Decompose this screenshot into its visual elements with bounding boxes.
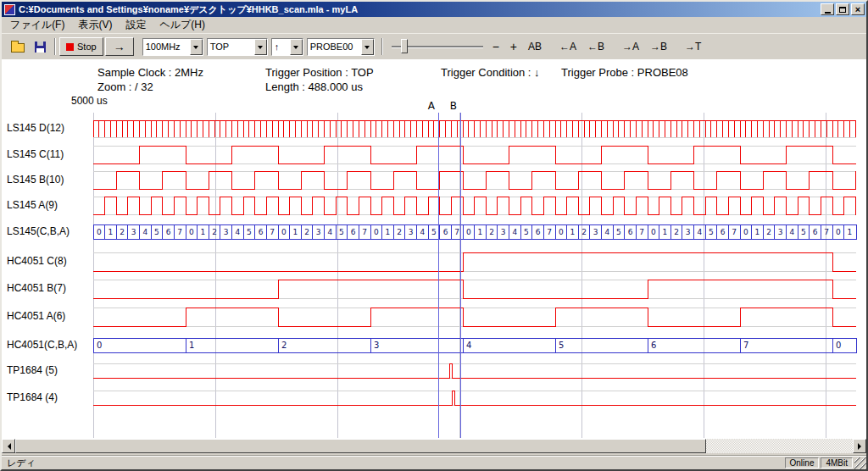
titlebar: C:¥Documents and Settings¥noname¥デスクトップ¥… [2,2,866,17]
channel-label[interactable]: TP1684 (5) [7,364,58,376]
channel-label[interactable]: HC4051 A(6) [7,310,65,322]
trigger-edge-value: ↑ [272,42,290,52]
app-window: C:¥Documents and Settings¥noname¥デスクトップ¥… [0,0,868,471]
trigger-position-select[interactable]: TOP [207,38,268,56]
menu-file[interactable]: ファイル(F) [3,16,71,34]
channel-label[interactable]: LS145 B(10) [7,174,64,186]
save-file-button[interactable] [29,37,51,56]
run-button[interactable]: → [105,37,134,56]
zoom-slider[interactable] [390,37,485,56]
scroll-left-button[interactable] [2,439,15,453]
chevron-down-icon[interactable] [361,39,374,55]
goto-a-prev-button[interactable]: ←A [555,39,581,54]
zoom-in-button[interactable]: + [506,38,521,55]
stop-button[interactable]: Stop [59,37,103,56]
chevron-down-icon[interactable] [254,39,267,55]
goto-b-prev-button[interactable]: ←B [583,39,609,54]
window-title: C:¥Documents and Settings¥noname¥デスクトップ¥… [19,3,821,16]
stop-label: Stop [77,42,97,52]
arrow-right-icon [858,443,865,450]
horizontal-scrollbar [2,439,866,453]
save-floppy-icon [35,42,46,53]
channel-label[interactable]: LS145 C(11) [7,148,64,160]
goto-b-next-button[interactable]: →B [646,39,671,54]
scrollbar-track[interactable] [15,439,853,453]
channel-label[interactable]: HC4051(C,B,A) [7,339,77,351]
close-icon: × [855,5,860,14]
sample-clock-value: 100MHz [143,42,190,52]
minimize-button[interactable] [821,3,834,15]
waveform-client-area [2,59,866,439]
trigger-probe-select[interactable]: PROBE00 [307,38,375,56]
maximize-button[interactable] [836,3,849,15]
channel-label[interactable]: LS145(C,B,A) [7,225,70,237]
goto-a-next-button[interactable]: →A [618,39,643,54]
arrow-left-icon [4,443,11,450]
close-button[interactable]: × [851,3,865,15]
menu-help[interactable]: ヘルプ(H) [153,16,212,34]
channel-label[interactable]: HC4051 B(7) [7,282,66,294]
trigger-probe-value: PROBE00 [308,42,361,52]
status-memory-panel: 4MBit [821,457,853,468]
app-icon [4,4,15,15]
scroll-right-button[interactable] [853,439,866,453]
channel-label[interactable]: HC4051 C(8) [7,255,67,267]
stop-icon [66,43,74,51]
menu-settings[interactable]: 設定 [119,16,153,34]
minimize-icon [825,12,831,14]
slider-handle[interactable] [401,39,408,53]
zoom-ab-button[interactable]: AB [524,39,546,54]
zoom-out-button[interactable]: − [488,38,504,55]
toolbar: Stop → 100MHz TOP ↑ PROBE00 − + AB ←A ←B [2,33,866,59]
goto-trigger-button[interactable]: →T [681,39,705,54]
trigger-position-value: TOP [208,42,254,52]
chevron-down-icon[interactable] [190,39,203,55]
trigger-edge-select[interactable]: ↑ [271,38,303,56]
open-file-button[interactable] [7,37,29,56]
menubar: ファイル(F) 表示(V) 設定 ヘルプ(H) [2,17,866,33]
open-folder-icon [11,43,25,53]
channel-label[interactable]: LS145 D(12) [7,122,64,134]
menu-view[interactable]: 表示(V) [71,16,119,34]
status-online-panel: Online [785,457,820,468]
maximize-icon [839,7,846,13]
channel-label[interactable]: TP1684 (4) [7,391,58,403]
statusbar: レディ Online 4MBit [2,457,866,469]
chevron-down-icon[interactable] [290,39,303,55]
status-ready-text: レディ [2,457,36,469]
resize-grip-icon[interactable] [854,457,866,469]
toolbar-separator [54,38,56,55]
channel-label[interactable]: LS145 A(9) [7,199,58,211]
sample-clock-select[interactable]: 100MHz [142,38,203,56]
scrollbar-thumb[interactable] [15,439,706,453]
toolbar-separator [381,38,383,55]
